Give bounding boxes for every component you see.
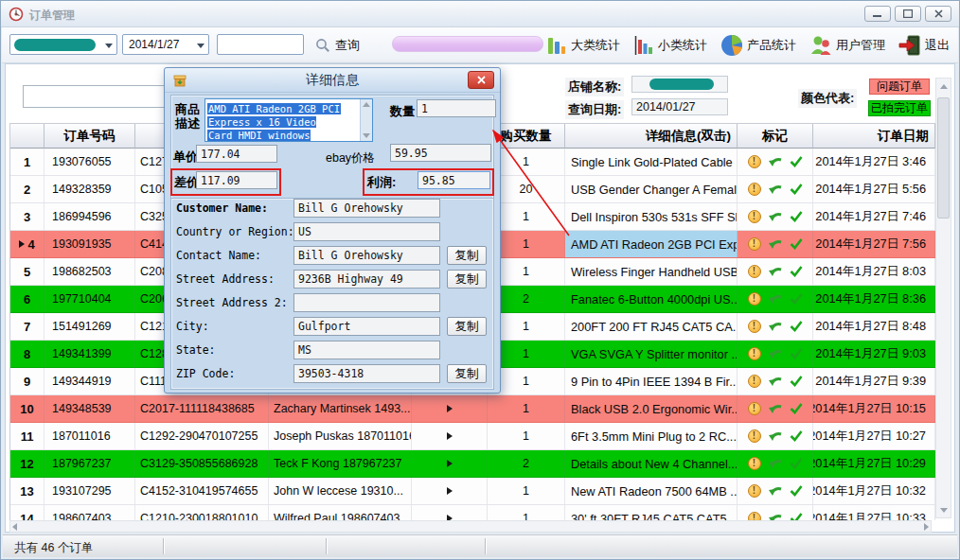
warning-icon[interactable]: ! [748,484,761,498]
expand-cell[interactable] [412,395,488,422]
detail-cell[interactable]: Fanatec 6-Button 4000dpi US... [565,286,738,312]
address-field[interactable]: US [293,222,440,241]
minimize-button[interactable] [864,6,891,22]
toolbar-pie-chart-button[interactable]: 产品统计 [718,32,799,59]
check-icon[interactable] [790,211,803,222]
table-row[interactable]: 11187011016C1292-290470107255Joseph Pusk… [10,423,935,450]
reply-arrow-icon[interactable] [768,321,783,333]
reply-arrow-icon[interactable] [768,430,783,443]
warning-icon[interactable]: ! [748,183,761,196]
detail-cell[interactable]: Black USB 2.0 Ergonomic Wir... [565,395,738,422]
reply-arrow-icon[interactable] [768,238,783,251]
expand-cell[interactable] [412,478,488,504]
reply-arrow-icon[interactable] [768,485,783,498]
check-icon[interactable] [790,376,803,387]
check-icon[interactable] [790,485,803,497]
check-icon[interactable] [790,156,803,167]
table-row[interactable]: 10149348539C2017-111118438685Zachary Mar… [10,395,935,423]
address-field[interactable] [293,293,440,312]
product-desc-textarea[interactable]: AMD ATI Radeon 2GB PCIExpress x 16 Video… [204,98,373,142]
scroll-up-button[interactable] [936,79,951,94]
address-field[interactable]: Gulfport [293,317,440,336]
toolbar-users-button[interactable]: 用户管理 [807,33,888,58]
scroll-down-button[interactable] [936,502,951,517]
warning-icon[interactable]: ! [748,512,761,520]
copy-button[interactable]: 复制 [447,317,487,336]
ebay-price-field[interactable]: 59.95 [390,144,491,162]
expand-cell[interactable] [412,505,488,520]
check-icon[interactable] [790,348,803,359]
reply-arrow-icon[interactable] [768,458,783,470]
check-icon[interactable] [790,321,803,332]
check-icon[interactable] [790,238,803,250]
query-button[interactable]: 查询 [310,32,365,58]
reply-arrow-icon[interactable] [768,513,783,521]
detail-cell[interactable]: Wireless Finger Handheld USB... [565,258,738,285]
check-icon[interactable] [790,184,803,195]
reply-arrow-icon[interactable] [768,403,783,415]
vertical-scroll-thumb[interactable] [937,97,950,219]
reply-arrow-icon[interactable] [768,348,783,360]
detail-cell[interactable]: Dell Inspiron 530s 531s SFF Sl... [565,203,738,230]
toolbar-bar-chart-button[interactable]: 大类统计 [543,33,623,58]
reply-arrow-icon[interactable] [768,184,783,196]
maximize-button[interactable] [895,6,921,22]
filter-input[interactable] [23,85,165,108]
detail-cell[interactable]: Details about New 4 Channel... [565,450,738,477]
reply-arrow-icon[interactable] [768,266,783,278]
address-field[interactable]: MS [293,341,440,359]
column-header[interactable]: 详细信息(双击) [565,124,738,149]
warning-icon[interactable]: ! [748,402,761,415]
check-icon[interactable] [790,458,803,469]
column-header[interactable]: 标记 [738,124,813,149]
detail-cell[interactable]: 6Ft 3.5mm Mini Plug to 2 RC... [565,423,738,449]
detail-cell[interactable]: New ATI Radeon 7500 64MB ... [565,478,738,504]
copy-button[interactable]: 复制 [447,270,487,289]
address-field[interactable]: Bill G Orehowsky [293,246,440,265]
date-select[interactable]: 2014/1/27 [122,34,209,55]
expand-cell[interactable] [412,423,488,449]
reply-arrow-icon[interactable] [768,211,783,223]
warning-icon[interactable]: ! [748,457,761,470]
warning-icon[interactable]: ! [748,429,761,443]
warning-icon[interactable]: ! [748,292,761,306]
check-icon[interactable] [790,266,803,277]
dialog-close-button[interactable] [468,71,494,89]
column-header[interactable]: 订单日期 [813,124,935,149]
toolbar-bar-chart-axis-button[interactable]: 小类统计 [631,33,710,58]
dialog-title-bar[interactable]: 详细信息 [165,68,500,93]
warning-icon[interactable]: ! [748,265,761,278]
check-icon[interactable] [790,430,803,442]
detail-cell[interactable]: 30' ft 30FT RJ45 CAT5 CAT5 [565,505,738,520]
toolbar-exit-door-button[interactable]: 退出 [896,33,952,58]
profit-field[interactable]: 95.85 [418,171,490,189]
address-field[interactable]: Bill G Orehowsky [293,199,440,218]
detail-cell[interactable]: VGA SVGA Y Splitter monitor ... [565,341,738,367]
warning-icon[interactable]: ! [748,347,761,360]
detail-cell[interactable]: Single Link Gold-Plated Cable ... [565,149,738,175]
reply-arrow-icon[interactable] [768,376,783,388]
warning-icon[interactable]: ! [748,375,761,388]
shop-select[interactable] [9,34,117,55]
copy-button[interactable]: 复制 [447,246,487,265]
warning-icon[interactable]: ! [748,155,761,168]
check-icon[interactable] [790,403,803,414]
column-header[interactable]: 订单号码 [44,124,135,149]
table-row[interactable]: 13193107295C4152-310419574655John W lecc… [10,478,935,505]
table-row[interactable]: 14198607403C1210-230018801010Wilfred Pau… [10,505,935,520]
copy-button[interactable]: 复制 [447,364,487,383]
address-field[interactable]: 9236B Highway 49 [293,270,440,289]
diff-field[interactable]: 117.09 [196,171,277,189]
scroll-left-button[interactable] [12,523,17,531]
detail-cell[interactable]: AMD ATI Radeon 2GB PCI Exp... [565,231,738,257]
check-icon[interactable] [790,513,803,520]
unit-price-field[interactable]: 177.04 [196,145,277,163]
detail-cell[interactable]: USB Gender Changer A Femal... [565,176,738,202]
expand-cell[interactable] [412,450,488,477]
table-row[interactable]: 12187967237C3129-350855686928Teck F Kong… [10,450,935,478]
vertical-scrollbar[interactable] [935,78,951,518]
detail-cell[interactable]: 9 Pin to 4Pin IEEE 1394 B Fir... [565,368,738,394]
textarea-scrollbar[interactable] [360,99,372,141]
warning-icon[interactable]: ! [748,237,761,251]
search-input[interactable] [217,34,304,55]
